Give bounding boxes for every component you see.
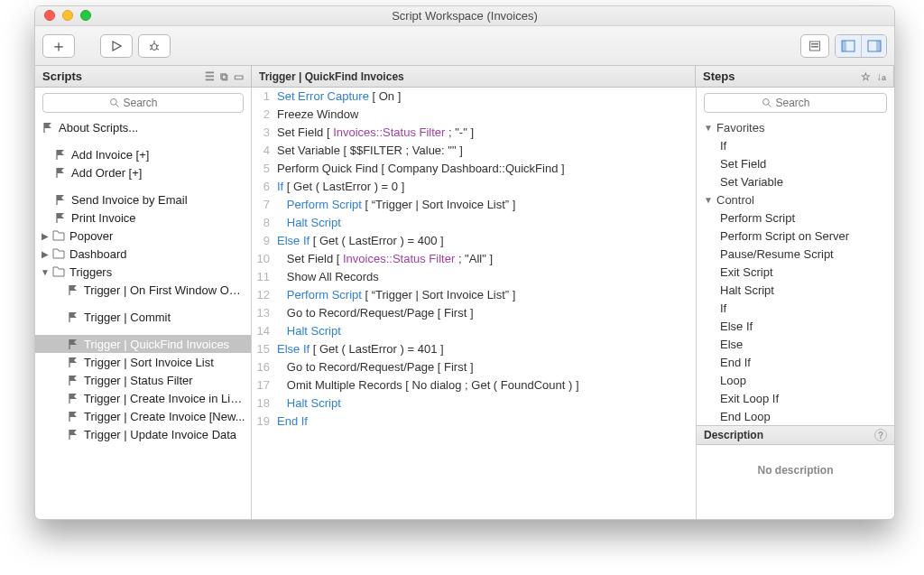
new-script-button[interactable]: ＋ (42, 34, 75, 58)
script-item[interactable]: Print Invoice (35, 209, 251, 227)
code-line[interactable]: 10 Set Field [ Invoices::Status Filter ;… (252, 250, 696, 268)
step-category[interactable]: ▼Favorites (697, 118, 894, 136)
layout-unknown-button[interactable] (800, 34, 829, 58)
svg-line-15 (116, 105, 118, 107)
code-line[interactable]: 13 Go to Record/Request/Page [ First ] (252, 304, 696, 322)
code-line[interactable]: 14 Halt Script (252, 322, 696, 340)
line-number: 5 (252, 160, 277, 178)
new-item-icon[interactable]: ▭ (234, 70, 244, 83)
script-item[interactable]: Add Order [+] (35, 163, 251, 181)
line-source: Freeze Window (277, 106, 696, 124)
step-category[interactable]: ▼Control (697, 190, 894, 209)
steps-search[interactable] (704, 93, 887, 113)
code-line[interactable]: 17 Omit Multiple Records [ No dialog ; G… (252, 376, 696, 394)
item-label: Triggers (69, 265, 112, 279)
code-line[interactable]: 15Else If [ Get ( LastError ) = 401 ] (252, 340, 696, 358)
step-item[interactable]: Exit Script (697, 263, 894, 281)
code-line[interactable]: 5Perform Quick Find [ Company Dashboard:… (252, 160, 696, 178)
script-item[interactable]: Trigger | Status Filter (35, 371, 251, 389)
step-item[interactable]: Loop (697, 371, 894, 389)
svg-marker-28 (69, 312, 77, 318)
item-label: Trigger | On First Window Open (84, 283, 245, 297)
line-number: 16 (252, 358, 277, 376)
steps-list[interactable]: ▼FavoritesIfSet FieldSet Variable▼Contro… (697, 118, 894, 425)
code-line[interactable]: 4Set Variable [ $$FILTER ; Value: "" ] (252, 142, 696, 160)
minimize-window-button[interactable] (62, 10, 73, 21)
script-item[interactable]: Add Invoice [+] (35, 145, 251, 163)
svg-point-42 (762, 99, 769, 106)
scripts-header-label: Scripts (42, 70, 82, 83)
code-line[interactable]: 2Freeze Window (252, 106, 696, 124)
script-item[interactable]: Trigger | Sort Invoice List (35, 353, 251, 371)
step-item[interactable]: Exit Loop If (697, 389, 894, 407)
script-item[interactable]: Trigger | On First Window Open (35, 281, 251, 299)
folder-item[interactable]: ▶Dashboard (35, 245, 251, 263)
script-code[interactable]: 1Set Error Capture [ On ]2Freeze Window3… (252, 88, 696, 519)
line-source: End If (277, 413, 696, 431)
scripts-search[interactable] (42, 93, 244, 113)
step-item[interactable]: End If (697, 353, 894, 371)
step-item[interactable]: Set Field (697, 154, 894, 172)
folder-item[interactable]: ▼Triggers (35, 263, 251, 281)
script-item[interactable]: Trigger | Update Invoice Data (35, 425, 251, 443)
code-line[interactable]: 9Else If [ Get ( LastError ) = 400 ] (252, 232, 696, 250)
code-line[interactable]: 18 Halt Script (252, 394, 696, 413)
line-number: 10 (252, 250, 277, 268)
zoom-window-button[interactable] (80, 10, 91, 21)
script-item[interactable]: Trigger | Create Invoice in List... (35, 389, 251, 407)
step-item[interactable]: Perform Script on Server (697, 227, 894, 245)
close-window-button[interactable] (44, 10, 55, 21)
line-number: 17 (252, 376, 277, 394)
line-number: 14 (252, 322, 277, 340)
new-folder-icon[interactable]: ⧉ (220, 70, 228, 83)
run-script-button[interactable] (100, 34, 133, 58)
favorite-icon[interactable]: ☆ (861, 70, 871, 83)
toggle-left-panel-button[interactable] (836, 35, 861, 57)
svg-line-43 (768, 105, 771, 107)
disclosure-arrow-icon[interactable]: ▼ (41, 267, 50, 277)
disclosure-arrow-icon[interactable]: ▶ (41, 249, 50, 259)
item-label: Trigger | Update Invoice Data (84, 428, 236, 441)
code-line[interactable]: 16 Go to Record/Request/Page [ First ] (252, 358, 696, 376)
code-line[interactable]: 11 Show All Records (252, 268, 696, 286)
line-number: 4 (252, 142, 277, 160)
disclosure-arrow-icon[interactable]: ▼ (704, 123, 713, 133)
script-item[interactable]: About Scripts... (35, 118, 251, 136)
steps-search-input[interactable] (776, 97, 830, 109)
code-line[interactable]: 8 Halt Script (252, 214, 696, 232)
disclosure-arrow-icon[interactable]: ▼ (704, 195, 713, 205)
step-item[interactable]: Perform Script (697, 209, 894, 227)
toggle-right-panel-button[interactable] (861, 35, 886, 57)
folder-item[interactable]: ▶Popover (35, 227, 251, 245)
step-item[interactable]: Set Variable (697, 172, 894, 190)
code-line[interactable]: 3Set Field [ Invoices::Status Filter ; "… (252, 124, 696, 142)
line-number: 3 (252, 124, 277, 142)
script-item[interactable]: Trigger | QuickFind Invoices (35, 335, 251, 353)
step-item[interactable]: End Loop (697, 407, 894, 425)
code-line[interactable]: 19End If (252, 413, 696, 431)
help-icon[interactable]: ? (874, 429, 887, 441)
disclosure-arrow-icon[interactable]: ▶ (41, 231, 50, 241)
step-item[interactable]: If (697, 136, 894, 154)
script-item[interactable]: Trigger | Commit (35, 308, 251, 326)
line-number: 8 (252, 214, 277, 232)
step-item[interactable]: Pause/Resume Script (697, 245, 894, 263)
list-view-icon[interactable]: ☰ (205, 70, 215, 83)
code-line[interactable]: 6If [ Get ( LastError ) = 0 ] (252, 178, 696, 196)
code-line[interactable]: 1Set Error Capture [ On ] (252, 88, 696, 106)
step-item[interactable]: Else (697, 335, 894, 353)
step-item[interactable]: Halt Script (697, 281, 894, 299)
step-item[interactable]: If (697, 299, 894, 317)
code-line[interactable]: 7 Perform Script [ “Trigger | Sort Invoi… (252, 196, 696, 214)
svg-marker-16 (44, 123, 51, 128)
sort-icon[interactable]: ↓a (876, 70, 886, 83)
scripts-sidebar: About Scripts...Add Invoice [+]Add Order… (35, 88, 252, 519)
script-item[interactable]: Send Invoice by Email (35, 190, 251, 209)
svg-marker-30 (69, 339, 77, 345)
scripts-search-input[interactable] (124, 97, 178, 109)
scripts-tree[interactable]: About Scripts...Add Invoice [+]Add Order… (35, 118, 251, 449)
code-line[interactable]: 12 Perform Script [ “Trigger | Sort Invo… (252, 286, 696, 304)
step-item[interactable]: Else If (697, 317, 894, 335)
script-item[interactable]: Trigger | Create Invoice [New... (35, 407, 251, 425)
debug-script-button[interactable] (138, 34, 171, 58)
